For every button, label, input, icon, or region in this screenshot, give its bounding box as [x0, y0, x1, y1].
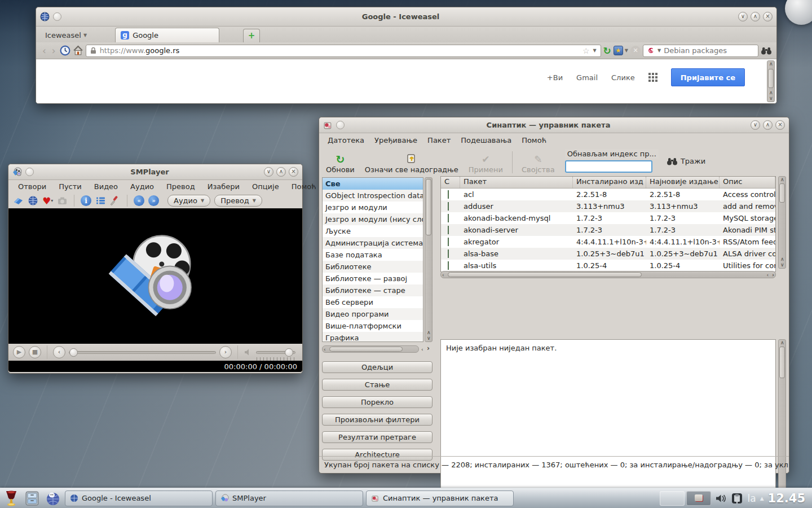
close-button[interactable]: × — [775, 120, 785, 130]
menu-options[interactable]: Опције — [247, 181, 284, 192]
home-icon[interactable] — [73, 45, 83, 56]
status-button[interactable]: Стање — [322, 379, 433, 391]
category-item[interactable]: Библиотеке — старе — [323, 284, 423, 296]
installed-checkbox[interactable] — [448, 249, 449, 258]
category-item[interactable]: Библиотеке — [323, 261, 423, 273]
menu-package[interactable]: Пакет — [422, 134, 456, 146]
keyboard-layout-indicator[interactable]: la — [747, 493, 757, 504]
apply-button[interactable]: ✔ Примени — [466, 149, 505, 174]
play-button[interactable]: ▶ — [13, 346, 25, 358]
table-row[interactable]: akonadi-backend-mysql 1.7.2-3 1.7.2-3 My… — [441, 212, 775, 224]
menu-settings[interactable]: Подешавања — [456, 134, 517, 146]
google-apps-grid-icon[interactable] — [648, 73, 657, 82]
tray-expander-icon[interactable]: ▲ — [760, 496, 764, 501]
table-row[interactable]: alsa-utils 1.0.25-4 1.0.25-4 Utilities f… — [441, 260, 775, 271]
signin-button[interactable]: Пријавите се — [671, 68, 745, 86]
window-menu-button[interactable] — [25, 168, 34, 176]
menu-audio[interactable]: Аудио — [125, 181, 159, 192]
bookmark-star-icon[interactable]: ☆ — [582, 46, 590, 55]
maximize-button[interactable]: ∧ — [763, 120, 773, 130]
open-file-icon[interactable] — [13, 195, 24, 206]
close-button[interactable]: × — [763, 12, 773, 21]
new-tab-button[interactable]: + — [243, 29, 260, 42]
back-button[interactable]: ‹ — [41, 46, 48, 56]
package-scrollbar[interactable]: ∧ ∧ ∨ — [778, 176, 786, 269]
table-row[interactable]: alsa-base 1.0.25+3~deb7u1 1.0.25+3~deb7u… — [441, 248, 775, 260]
mute-speaker-icon[interactable] — [244, 348, 253, 357]
pager-desktop-1[interactable] — [660, 491, 685, 506]
properties-button[interactable]: ✎ Својства — [519, 149, 557, 174]
next-icon[interactable]: » — [148, 195, 159, 206]
table-row[interactable]: akregator 4:4.4.11.1+l10n-3+ 4:4.4.11.1+… — [441, 236, 775, 248]
favorites-heart-icon[interactable]: ♥▾ — [42, 195, 53, 206]
window-menu-button[interactable] — [53, 12, 61, 21]
menu-video[interactable]: Видео — [89, 181, 123, 192]
plasma-desktop-toolbox[interactable] — [785, 0, 812, 25]
reload-button[interactable]: ↻ Обнови — [324, 149, 357, 174]
category-item[interactable]: Графика — [323, 332, 423, 342]
menu-help[interactable]: Помоћ — [286, 181, 321, 192]
url-dropdown-icon[interactable]: ▼ — [593, 48, 596, 53]
column-description[interactable]: Опис — [720, 177, 775, 188]
search-input[interactable] — [664, 46, 731, 55]
installed-checkbox[interactable] — [448, 190, 449, 199]
open-url-globe-icon[interactable] — [28, 195, 38, 206]
menu-play[interactable]: Пусти — [54, 181, 87, 192]
description-scrollbar[interactable]: ∧ ∧ ∨ — [778, 339, 786, 502]
iceweasel-titlebar[interactable]: Google - Iceweasel ∨ ∧ × — [36, 7, 776, 27]
seek-slider[interactable] — [69, 351, 216, 354]
search-button[interactable]: Тражи — [664, 157, 708, 165]
menu-open[interactable]: Отвори — [13, 181, 51, 192]
mark-all-upgrades-button[interactable]: Означи све надоградње — [363, 149, 461, 174]
quick-filter-input[interactable] — [565, 160, 652, 173]
installed-checkbox[interactable] — [448, 214, 449, 222]
table-row[interactable]: akonadi-server 1.7.2-3 1.7.2-3 Akonadi P… — [441, 224, 775, 236]
tab-google[interactable]: g Google — [115, 28, 219, 42]
category-hscrollbar[interactable]: ‹ — [322, 345, 419, 353]
menu-file[interactable]: Датотека — [323, 134, 369, 146]
bookmarks-menu-button[interactable]: ★ ▼ — [614, 46, 628, 55]
clock[interactable]: 12.45 — [767, 492, 810, 505]
category-item[interactable]: Видео програми — [323, 308, 423, 320]
category-item[interactable]: Све — [323, 178, 423, 190]
preferences-screwdriver-icon[interactable] — [110, 195, 121, 206]
search-engine-dropdown-icon[interactable]: ▼ — [657, 48, 661, 53]
reload-icon[interactable]: ↻ — [603, 45, 611, 56]
task-smplayer[interactable]: SMPlayer — [215, 491, 363, 506]
link-gmail[interactable]: Gmail — [576, 73, 598, 82]
menu-edit[interactable]: Уређивање — [369, 134, 422, 146]
table-row[interactable]: adduser 3.113+nmu3 3.113+nmu3 add and re… — [441, 200, 775, 212]
maximize-button[interactable]: ∧ — [276, 167, 286, 177]
page-scrollbar[interactable]: ∧ ∧ ∨ — [767, 60, 775, 102]
scroll-right-icon[interactable]: › — [427, 346, 430, 351]
audio-track-dropdown[interactable]: Аудио▼ — [167, 195, 210, 207]
category-item[interactable]: Администрација система — [323, 237, 423, 249]
category-item[interactable]: Језгро и модули — [323, 202, 423, 213]
task-synaptic[interactable]: Синаптик — управник пакета — [366, 491, 514, 506]
column-status[interactable]: С — [441, 177, 460, 188]
sections-button[interactable]: Одељци — [322, 361, 433, 373]
rewind-icon[interactable]: ‹ — [53, 346, 65, 358]
custom-filters-button[interactable]: Произвољни филтери — [322, 414, 433, 426]
stop-button[interactable]: ■ — [29, 346, 41, 358]
history-clock-icon[interactable] — [60, 45, 70, 56]
link-plus-you[interactable]: +Ви — [547, 73, 563, 82]
category-item[interactable]: Љуске — [323, 225, 423, 237]
playlist-icon[interactable] — [95, 195, 106, 206]
pager-desktop-2[interactable] — [686, 491, 711, 506]
category-item[interactable]: GObject Introspection data — [323, 190, 423, 202]
installed-checkbox[interactable] — [448, 261, 449, 270]
video-area[interactable] — [8, 208, 302, 344]
installed-checkbox[interactable] — [448, 238, 449, 246]
minimize-button[interactable]: ∨ — [264, 167, 273, 177]
package-hscrollbar[interactable]: ‹ ‹ › — [440, 271, 776, 278]
minimize-button[interactable]: ∨ — [751, 120, 760, 130]
category-item[interactable]: Језгро и модули (нису слоб — [323, 213, 423, 225]
category-item[interactable]: Базе података — [323, 249, 423, 261]
info-icon[interactable]: i — [81, 195, 91, 206]
app-menu-button[interactable]: Iceweasel ▼ — [39, 29, 92, 42]
previous-icon[interactable]: « — [134, 195, 144, 206]
volume-slider[interactable] — [256, 351, 295, 354]
klipper-tray-icon[interactable] — [730, 492, 744, 505]
binoculars-icon[interactable] — [761, 47, 772, 55]
